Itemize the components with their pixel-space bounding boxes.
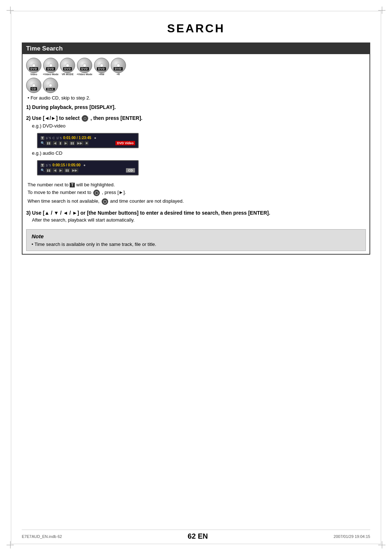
info-text-3: When time search is not available, ◯ and…	[28, 198, 366, 205]
disc-badge-dvd-vrmode: DVD VR MODE	[60, 58, 75, 76]
disc-badge-dvd-videomode2: DVD +Video Mode	[77, 58, 92, 76]
info-text-1: The number next to T will be highlighted…	[28, 182, 366, 187]
disc-label-overlay: DVD	[111, 67, 126, 70]
footer-file: E7E7AUD_EN.indb 62	[22, 534, 62, 539]
note-box: Note • Time search is available only in …	[26, 229, 366, 251]
disc-badge-dvd-video: DVD Video	[26, 58, 41, 76]
disc-label-overlay: DVD	[60, 67, 75, 70]
ctrl-badge-7: ■	[85, 141, 89, 145]
footer-date: 2007/01/29 19:04:15	[334, 534, 370, 539]
disc-inner	[83, 64, 86, 67]
disc-inner	[32, 84, 36, 87]
disc-main-label: DVD	[46, 67, 55, 70]
ctrl-badge-1: ▮▮	[46, 168, 52, 173]
ctrl-badge-4: ▶	[64, 141, 68, 145]
disc-inner	[66, 64, 69, 67]
ctrl-badge-5: ▶▶	[71, 168, 78, 173]
disc-label-overlay: DivX	[43, 88, 58, 90]
disc-label-overlay: CD	[26, 87, 41, 90]
disc-main-label: CD	[30, 87, 37, 90]
disc-main-label: DVD	[114, 67, 122, 70]
disc-sublabel: +RW	[99, 73, 105, 76]
section-body: DVD Video DVD +Video Mode	[23, 54, 369, 254]
disc-label-overlay: DVD	[77, 67, 92, 70]
disc-inner	[117, 64, 120, 67]
dvd-video-badge: DVD Video	[115, 141, 135, 145]
disc-inner	[100, 64, 103, 67]
cd-badge: CD	[126, 168, 135, 173]
disc-badge-dvd-r: DVD +R	[111, 58, 126, 76]
disc-badge-dvd-rw: DVD +RW	[94, 58, 109, 76]
clock-indicator: ●	[83, 163, 86, 167]
disc-circle: CD	[26, 78, 41, 93]
disc-circle: DVD	[60, 58, 75, 73]
disc-sublabel: VR MODE	[62, 73, 74, 76]
track-icon: T	[41, 163, 44, 167]
disc-circle: DivX	[43, 78, 58, 93]
disc-inner	[49, 84, 52, 87]
time-display: 0:01:00 / 1:23:45	[63, 136, 91, 140]
disc-main-label: DivX	[46, 88, 55, 90]
ctrl-badge-2: ◀	[53, 141, 57, 145]
disc-sublabel: Video	[30, 73, 37, 76]
page-number: 62 EN	[188, 532, 208, 540]
page-title: SEARCH	[22, 18, 370, 35]
track-info: 1/ 5	[46, 136, 51, 140]
search-icon: 🔍	[41, 169, 45, 172]
track-info: 1/ 5	[46, 163, 51, 167]
screen-row-1: T 1/ 5 C 1/ 5 0:01:00 / 1:23:45 ●	[41, 136, 135, 140]
screen-row-1: T 1/ 5 0:00:15 / 0:05:00 ●	[41, 163, 135, 167]
clock-icon-3: ◯	[102, 198, 108, 205]
chapter-label: C	[53, 136, 55, 140]
chapter-info: 1/ 5	[56, 136, 62, 140]
note-box-title: Note	[32, 233, 360, 239]
disc-badges-row: DVD Video DVD +Video Mode	[26, 58, 366, 76]
disc-label-overlay: DVD	[26, 67, 41, 70]
search-icon: 🔍	[41, 141, 45, 145]
clock-icon-2: ◯	[93, 190, 100, 196]
step-1-title: 1) During playback, press [DISPLAY].	[26, 104, 366, 110]
section-header: Time Search	[23, 43, 369, 54]
step-2-title: 2) Use [◄/►] to select ◌ , then press [E…	[26, 115, 366, 122]
ctrl-badge-3: ▶	[58, 168, 63, 173]
disc-label-overlay: DVD	[94, 67, 109, 70]
note-box-text: • Time search is available only in the s…	[32, 242, 360, 247]
step-2: 2) Use [◄/►] to select ◌ , then press [E…	[26, 115, 366, 205]
disc-badge-cd: CD	[26, 78, 41, 93]
track-icon: T	[41, 136, 44, 140]
audio-cd-screen: T 1/ 5 0:00:15 / 0:05:00 ● 🔍 ▮▮ ◀ ▶ ▮▮ ▶…	[37, 160, 139, 175]
disc-main-label: DVD	[97, 67, 106, 70]
disc-label-overlay: DVD	[44, 67, 58, 70]
ctrl-badge-6: ▶▶	[76, 141, 83, 145]
disc-main-label: DVD	[63, 67, 72, 70]
ctrl-badge-2: ◀	[53, 168, 57, 173]
disc-circle: DVD	[43, 58, 58, 73]
dvd-video-screen: T 1/ 5 C 1/ 5 0:01:00 / 1:23:45 ● 🔍 ▮▮ ◀…	[37, 133, 139, 148]
footer: E7E7AUD_EN.indb 62 62 EN 2007/01/29 19:0…	[22, 530, 370, 540]
ctrl-badge-1: ▮▮	[46, 141, 52, 145]
screen-row-2: 🔍 ▮▮ ◀ ▶ ▮▮ ▶▶ CD	[41, 168, 135, 173]
eg-dvd-video-label: e.g.) DVD-video	[32, 123, 366, 129]
eg-audio-cd-label: e.g.) audio CD	[32, 150, 366, 156]
disc-badge-divx: DivX	[43, 78, 58, 93]
info-texts: The number next to T will be highlighted…	[26, 182, 366, 205]
disc-inner	[49, 64, 53, 67]
time-search-section: Time Search DVD Video	[22, 42, 370, 255]
step-3: 3) Use [▲ / ▼ / ◄ / ►] or [the Number bu…	[26, 210, 366, 223]
info-text-2: To move to the number next to ◯ , press …	[28, 190, 366, 196]
disc-circle: DVD	[94, 58, 109, 73]
screen-row-2: 🔍 ▮▮ ◀ ▮ ▶ ▮▮ ▶▶ ■ DVD Video	[41, 141, 135, 145]
disc-circle: DVD	[111, 58, 126, 73]
disc-inner	[32, 64, 36, 67]
disc-circle: DVD	[26, 58, 41, 73]
step-3-title: 3) Use [▲ / ▼ / ◄ / ►] or [the Number bu…	[26, 210, 366, 216]
disc-circle: DVD	[77, 58, 92, 73]
step-1: 1) During playback, press [DISPLAY].	[26, 104, 366, 110]
ctrl-badge-3: ▮	[58, 141, 62, 145]
disc-sublabel: +Video Mode	[43, 73, 58, 76]
t-icon: T	[70, 183, 75, 187]
disc-badge-dvd-videomode1: DVD +Video Mode	[43, 58, 58, 76]
audio-cd-note: • For audio CD, skip to step 2.	[26, 95, 366, 101]
disc-sublabel: +Video Mode	[77, 73, 92, 76]
ctrl-badge-4: ▮▮	[64, 168, 70, 173]
